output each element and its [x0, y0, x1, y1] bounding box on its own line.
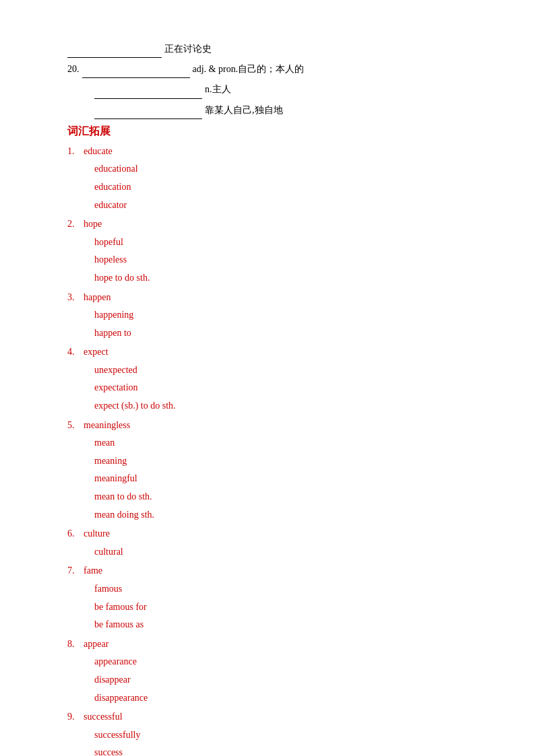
- vocab-number: 1.: [67, 143, 81, 161]
- header-line-1: 正在讨论史: [67, 40, 481, 58]
- main-word: 4.expect: [67, 343, 481, 362]
- main-word: 7.fame: [67, 562, 481, 580]
- vocab-number: 9.: [67, 708, 81, 726]
- header-text-4: 靠某人自己,独自地: [205, 102, 283, 118]
- sub-word: meaningful: [67, 470, 481, 488]
- sub-word: hopeless: [67, 251, 481, 269]
- sub-word: success: [67, 744, 481, 756]
- main-word: 8.appear: [67, 635, 481, 654]
- sub-word: expectation: [67, 379, 481, 397]
- sub-word: education: [67, 178, 481, 197]
- main-word: 6.culture: [67, 525, 481, 543]
- header-text-3: n.主人: [205, 81, 231, 98]
- sub-word: disappearance: [67, 689, 481, 708]
- vocab-main-word: expect: [84, 343, 108, 362]
- vocab-main-word: fame: [84, 562, 102, 580]
- header-line-2: 20. adj. & pron.自己的；本人的: [67, 61, 481, 78]
- vocab-number: 8.: [67, 635, 81, 654]
- sub-word: hopeful: [67, 234, 481, 252]
- main-word: 3.happen: [67, 289, 481, 307]
- vocab-group: 7.famefamousbe famous forbe famous as: [67, 562, 481, 633]
- vocab-number: 7.: [67, 562, 81, 580]
- sub-word: cultural: [67, 543, 481, 561]
- sub-word: unexpected: [67, 362, 481, 380]
- sub-word: expect (sb.) to do sth.: [67, 397, 481, 415]
- vocab-group: 8.appearappearancedisappeardisappearance: [67, 635, 481, 707]
- sub-word: meaning: [67, 452, 481, 471]
- vocab-number: 5.: [67, 417, 81, 435]
- vocab-list: 1.educateeducationaleducationeducator2.h…: [67, 143, 481, 756]
- vocab-group: 3.happenhappeninghappen to: [67, 289, 481, 343]
- vocab-number: 2.: [67, 215, 81, 234]
- vocab-group: 4.expectunexpectedexpectationexpect (sb.…: [67, 343, 481, 415]
- vocab-main-word: happen: [84, 289, 111, 307]
- sub-word: happening: [67, 306, 481, 324]
- blank-1: [67, 40, 162, 58]
- header-number: 20.: [67, 61, 80, 77]
- header-line-3: n.主人: [94, 81, 481, 98]
- vocab-main-word: successful: [84, 708, 123, 726]
- header-text-1: 正在讨论史: [164, 40, 212, 57]
- blank-3: [94, 81, 202, 98]
- vocab-main-word: appear: [84, 635, 108, 654]
- header-line-4: 靠某人自己,独自地: [94, 102, 481, 119]
- vocab-number: 6.: [67, 525, 81, 543]
- section-title: 词汇拓展: [67, 125, 481, 139]
- vocab-number: 4.: [67, 343, 81, 362]
- vocab-group: 1.educateeducationaleducationeducator: [67, 143, 481, 214]
- vocab-main-word: educate: [84, 143, 113, 161]
- sub-word: educator: [67, 197, 481, 215]
- sub-word: successfully: [67, 726, 481, 745]
- main-word: 9.successful: [67, 708, 481, 726]
- sub-word: mean doing sth.: [67, 506, 481, 524]
- header-text-2: adj. & pron.自己的；本人的: [193, 61, 305, 77]
- vocab-main-word: meaningless: [84, 417, 130, 435]
- sub-word: famous: [67, 580, 481, 598]
- vocab-group: 9.successfulsuccessfullysuccesssucceedsu…: [67, 708, 481, 756]
- sub-word: disappear: [67, 671, 481, 689]
- main-word: 1.educate: [67, 143, 481, 161]
- vocab-main-word: culture: [84, 525, 110, 543]
- main-word: 5.meaningless: [67, 417, 481, 435]
- vocab-main-word: hope: [84, 215, 102, 234]
- vocab-group: 6.culturecultural: [67, 525, 481, 561]
- sub-word: hope to do sth.: [67, 269, 481, 287]
- blank-2: [82, 61, 190, 78]
- sub-word: be famous for: [67, 598, 481, 617]
- sub-word: appearance: [67, 653, 481, 671]
- vocab-group: 2.hopehopefulhopelesshope to do sth.: [67, 215, 481, 287]
- sub-word: educational: [67, 160, 481, 178]
- sub-word: mean to do sth.: [67, 488, 481, 506]
- sub-word: mean: [67, 434, 481, 452]
- sub-word: happen to: [67, 324, 481, 343]
- vocab-number: 3.: [67, 289, 81, 307]
- sub-word: be famous as: [67, 616, 481, 634]
- main-word: 2.hope: [67, 215, 481, 234]
- blank-4: [94, 102, 202, 119]
- vocab-group: 5.meaninglessmeanmeaningmeaningfulmean t…: [67, 417, 481, 524]
- header-section: 正在讨论史 20. adj. & pron.自己的；本人的 n.主人 靠某人自己…: [67, 40, 481, 119]
